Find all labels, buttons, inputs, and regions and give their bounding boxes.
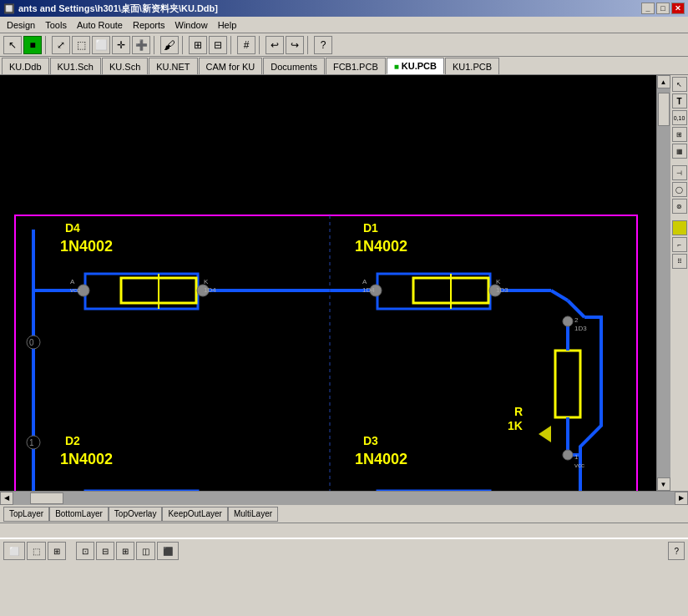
cross-tool[interactable]: ✛ bbox=[112, 36, 130, 54]
tab-kunet[interactable]: KU.NET bbox=[149, 58, 197, 74]
taskbar-btn6[interactable]: ⊞ bbox=[116, 542, 134, 560]
sidebar-text-btn[interactable]: T bbox=[672, 93, 687, 109]
undo-button[interactable]: ↩ bbox=[266, 36, 284, 54]
h-scroll-track[interactable] bbox=[13, 492, 675, 505]
r-id-label: R bbox=[514, 405, 523, 418]
tab-ku1sch[interactable]: KU1.Sch bbox=[50, 58, 101, 74]
help-icon: ? bbox=[674, 547, 679, 556]
scroll-down-button[interactable]: ▼ bbox=[657, 477, 670, 491]
sidebar-arc-btn[interactable]: ◯ bbox=[672, 182, 687, 197]
bottom-tabs: TopLayer BottomLayer TopOverlay KeepOutL… bbox=[0, 504, 688, 523]
tab-kuddb[interactable]: KU.Ddb bbox=[2, 58, 49, 74]
sidebar-sep1 bbox=[672, 160, 687, 164]
menu-help[interactable]: Help bbox=[213, 18, 242, 32]
tab-toplayer[interactable]: TopLayer bbox=[3, 507, 49, 522]
taskbar-btn3[interactable]: ⊞ bbox=[48, 542, 66, 560]
svg-text:1: 1 bbox=[574, 453, 579, 461]
tab-fcb1pcb[interactable]: FCB1.PCB bbox=[326, 58, 386, 74]
svg-text:1D3: 1D3 bbox=[496, 286, 508, 294]
taskbar-btn7[interactable]: ◫ bbox=[136, 542, 155, 560]
scroll-left-button[interactable]: ◀ bbox=[0, 492, 13, 505]
svg-point-40 bbox=[563, 316, 573, 326]
svg-text:1D4: 1D4 bbox=[362, 286, 375, 294]
taskbar-icon4: ⊡ bbox=[82, 547, 89, 556]
toolbar: ↖ ■ ⤢ ⬚ ⬜ ✛ ➕ 🖌 ⊞ ⊟ # ↩ ↪ ? bbox=[0, 33, 688, 57]
d3-name-label: 1N4002 bbox=[355, 451, 407, 468]
taskbar-icon8: ⬛ bbox=[163, 547, 173, 556]
taskbar-help-btn[interactable]: ? bbox=[668, 542, 685, 560]
select3-tool[interactable]: ⬜ bbox=[92, 36, 110, 54]
menu-autoroute[interactable]: Auto Route bbox=[72, 18, 128, 32]
plus-tool[interactable]: ➕ bbox=[132, 36, 150, 54]
hash-tool[interactable]: # bbox=[237, 36, 255, 54]
comp2-tool[interactable]: ⊟ bbox=[209, 36, 227, 54]
maximize-button[interactable]: □ bbox=[656, 3, 670, 14]
redo-button[interactable]: ↪ bbox=[286, 36, 304, 54]
tab-ku1pcb[interactable]: KU1.PCB bbox=[445, 58, 499, 74]
menu-window[interactable]: Window bbox=[170, 18, 213, 32]
tab-topoverlay[interactable]: TopOverlay bbox=[109, 507, 163, 522]
tab-kupcb[interactable]: ■ KU.PCB bbox=[387, 58, 444, 74]
taskbar-btn5[interactable]: ⊟ bbox=[96, 542, 114, 560]
scroll-up-button[interactable]: ▲ bbox=[657, 75, 670, 88]
sidebar-bracket-btn[interactable]: ⌐ bbox=[672, 237, 687, 252]
sep1 bbox=[45, 36, 48, 54]
taskbar-icon3: ⊞ bbox=[53, 547, 60, 556]
select2-tool[interactable]: ⬚ bbox=[72, 36, 90, 54]
minimize-button[interactable]: _ bbox=[641, 3, 655, 14]
svg-text:1: 1 bbox=[29, 438, 34, 447]
select-tool[interactable]: ⤢ bbox=[52, 36, 70, 54]
tab-camforku[interactable]: CAM for KU bbox=[199, 58, 263, 74]
pcb-icon: ■ bbox=[394, 62, 399, 71]
r-value-label: 1K bbox=[508, 419, 523, 432]
scroll-right-button[interactable]: ▶ bbox=[675, 492, 688, 505]
sep3 bbox=[182, 36, 185, 54]
d1-id-label: D1 bbox=[363, 221, 378, 235]
sidebar-cursor-btn[interactable]: ↖ bbox=[672, 77, 687, 92]
tab-kusch[interactable]: KU.Sch bbox=[102, 58, 148, 74]
menu-tools[interactable]: Tools bbox=[40, 18, 72, 32]
h-scroll-thumb[interactable] bbox=[30, 492, 63, 504]
sidebar-via-btn[interactable]: ⊚ bbox=[672, 199, 687, 214]
svg-text:A: A bbox=[362, 278, 367, 285]
taskbar-btn4[interactable]: ⊡ bbox=[76, 542, 94, 560]
menu-reports[interactable]: Reports bbox=[128, 18, 170, 32]
sidebar-coord-btn[interactable]: 0,10 bbox=[672, 110, 687, 125]
taskbar-icon6: ⊞ bbox=[122, 547, 129, 556]
comp1-tool[interactable]: ⊞ bbox=[189, 36, 207, 54]
scroll-track[interactable] bbox=[657, 88, 670, 477]
green-btn[interactable]: ■ bbox=[23, 36, 42, 54]
sidebar-hatch-btn[interactable]: ▦ bbox=[672, 144, 687, 159]
d2-name-label: 1N4002 bbox=[60, 451, 113, 468]
sidebar-pipe-btn[interactable]: ⊣ bbox=[672, 165, 687, 180]
taskbar-btn2[interactable]: ⬚ bbox=[27, 542, 46, 560]
paint-tool[interactable]: 🖌 bbox=[160, 36, 179, 54]
scroll-thumb[interactable] bbox=[658, 93, 670, 126]
window-controls: _ □ ✕ bbox=[641, 3, 685, 14]
app-icon: 🔲 bbox=[3, 3, 15, 14]
sidebar-grid-btn[interactable]: ⊞ bbox=[672, 127, 687, 142]
taskbar-btn1[interactable]: ⬜ bbox=[3, 542, 25, 560]
sidebar-yellow-btn[interactable] bbox=[672, 220, 687, 235]
right-sidebar: ↖ T 0,10 ⊞ ▦ ⊣ ◯ ⊚ ⌐ ⠿ bbox=[670, 75, 688, 491]
taskbar-btn8[interactable]: ⬛ bbox=[157, 542, 179, 560]
close-button[interactable]: ✕ bbox=[671, 3, 685, 14]
sidebar-dots-btn[interactable]: ⠿ bbox=[672, 254, 687, 269]
arrow-tool[interactable]: ↖ bbox=[3, 36, 22, 54]
svg-text:vcc: vcc bbox=[70, 286, 80, 294]
svg-text:2: 2 bbox=[574, 316, 579, 324]
sep6 bbox=[307, 36, 311, 54]
svg-marker-66 bbox=[539, 426, 551, 442]
tab-bottomlayer[interactable]: BottomLayer bbox=[49, 507, 109, 522]
pcb-canvas[interactable]: 0 1 A vcc K 1D4 A 1D4 K 1D3 A vcc K 1D2 … bbox=[0, 75, 656, 491]
tab-documents[interactable]: Documents bbox=[263, 58, 325, 74]
sidebar-sep2 bbox=[672, 215, 687, 219]
help-button[interactable]: ? bbox=[314, 36, 332, 54]
menu-design[interactable]: Design bbox=[2, 18, 40, 32]
svg-rect-20 bbox=[555, 351, 580, 417]
tab-multilayer[interactable]: MultiLayer bbox=[228, 507, 278, 522]
svg-point-41 bbox=[563, 450, 573, 460]
sep4 bbox=[230, 36, 234, 54]
d4-id-label: D4 bbox=[65, 221, 80, 235]
tab-keepoutlayer[interactable]: KeepOutLayer bbox=[162, 507, 228, 522]
